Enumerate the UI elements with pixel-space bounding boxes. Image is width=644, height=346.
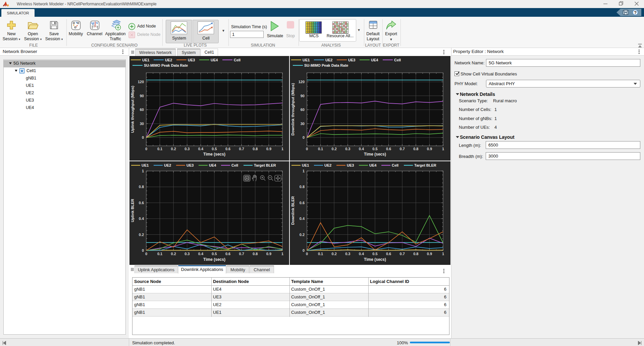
svg-text:0: 0 (142, 248, 144, 252)
svg-text:UE4: UE4 (371, 58, 378, 62)
svg-text:0: 0 (303, 248, 305, 252)
svg-text:UE3: UE3 (348, 58, 355, 62)
svg-text:Cell: Cell (234, 58, 240, 62)
svg-text:Target BLER: Target BLER (414, 163, 436, 167)
svg-text:120: 120 (138, 80, 144, 84)
svg-text:0.2: 0.2 (171, 252, 176, 256)
svg-text:0.2: 0.2 (171, 147, 176, 151)
svg-text:0.7: 0.7 (239, 147, 244, 151)
svg-text:0: 0 (306, 252, 308, 256)
svg-text:?: ? (634, 10, 637, 15)
svg-text:0.5: 0.5 (372, 252, 377, 256)
svg-text:UE4: UE4 (209, 163, 216, 167)
svg-text:0.6: 0.6 (386, 147, 391, 151)
svg-text:1: 1 (281, 252, 283, 256)
svg-text:0.7: 0.7 (400, 252, 405, 256)
svg-text:1: 1 (442, 147, 444, 151)
svg-text:0.6: 0.6 (139, 201, 144, 205)
svg-text:1: 1 (303, 169, 305, 173)
svg-text:0.8: 0.8 (413, 147, 418, 151)
svg-text:0.6: 0.6 (300, 201, 305, 205)
svg-text:0.7: 0.7 (239, 252, 244, 256)
svg-text:UE2: UE2 (324, 163, 331, 167)
svg-text:0.9: 0.9 (266, 252, 271, 256)
svg-text:0.3: 0.3 (345, 147, 350, 151)
svg-text:Uplink throughput (Mbps): Uplink throughput (Mbps) (130, 86, 135, 133)
svg-text:0.8: 0.8 (253, 252, 258, 256)
svg-text:120: 120 (299, 80, 305, 84)
svg-text:Time (secs): Time (secs) (203, 257, 225, 262)
svg-text:0.5: 0.5 (212, 147, 217, 151)
svg-text:UE4: UE4 (211, 58, 218, 62)
svg-text:0.2: 0.2 (300, 233, 305, 237)
svg-text:0.3: 0.3 (345, 252, 350, 256)
svg-text:0.2: 0.2 (332, 147, 337, 151)
svg-text:Time (secs): Time (secs) (364, 152, 386, 157)
svg-text:UE3: UE3 (186, 163, 194, 167)
svg-text:UE4: UE4 (369, 163, 377, 167)
svg-text:0.6: 0.6 (386, 252, 391, 256)
svg-text:UE1: UE1 (303, 58, 310, 62)
svg-text:1: 1 (281, 147, 283, 151)
svg-text:0.8: 0.8 (300, 185, 305, 189)
svg-text:0.9: 0.9 (427, 147, 432, 151)
svg-text:Target BLER: Target BLER (254, 163, 276, 167)
svg-text:UE1: UE1 (142, 163, 149, 167)
svg-text:UE2: UE2 (165, 58, 172, 62)
svg-text:UE1: UE1 (142, 58, 149, 62)
svg-text:0.1: 0.1 (157, 252, 162, 256)
svg-text:0.5: 0.5 (212, 252, 217, 256)
svg-text:UE3: UE3 (347, 163, 354, 167)
svg-text:0: 0 (306, 147, 308, 151)
svg-text:30: 30 (140, 122, 144, 126)
svg-text:90: 90 (140, 94, 144, 98)
svg-text:0.1: 0.1 (318, 147, 323, 151)
svg-text:0.1: 0.1 (318, 252, 323, 256)
svg-text:0.9: 0.9 (266, 147, 271, 151)
svg-text:0.4: 0.4 (300, 217, 305, 221)
svg-text:0: 0 (145, 147, 147, 151)
svg-text:Time (secs): Time (secs) (364, 257, 386, 262)
svg-text:30: 30 (301, 122, 305, 126)
svg-text:0.8: 0.8 (139, 185, 144, 189)
svg-text:Cell: Cell (394, 58, 401, 62)
svg-text:0.2: 0.2 (332, 252, 337, 256)
svg-text:0.7: 0.7 (400, 147, 405, 151)
svg-text:0.8: 0.8 (413, 252, 418, 256)
svg-text:0.4: 0.4 (139, 217, 144, 221)
svg-text:Downlink throughput (Mbps): Downlink throughput (Mbps) (291, 83, 295, 136)
svg-text:0.3: 0.3 (184, 147, 190, 151)
svg-text:0.4: 0.4 (359, 252, 364, 256)
svg-text:UE3: UE3 (188, 58, 195, 62)
svg-text:1: 1 (442, 252, 444, 256)
svg-text:0: 0 (142, 135, 144, 139)
svg-text:90: 90 (301, 94, 305, 98)
svg-text:60: 60 (140, 108, 144, 112)
svg-text:0.6: 0.6 (225, 252, 230, 256)
svg-text:0.1: 0.1 (157, 147, 162, 151)
svg-text:0.2: 0.2 (139, 233, 144, 237)
svg-text:UE1: UE1 (302, 163, 309, 167)
svg-text:0.6: 0.6 (225, 147, 230, 151)
svg-text:Cell: Cell (231, 163, 238, 167)
svg-text:SU-MIMO Peak Data Rate: SU-MIMO Peak Data Rate (144, 63, 188, 67)
svg-text:0.4: 0.4 (359, 147, 364, 151)
svg-text:Uplink BLER: Uplink BLER (130, 198, 135, 222)
svg-text:0.5: 0.5 (372, 147, 377, 151)
svg-text:0.9: 0.9 (427, 252, 432, 256)
svg-text:0.8: 0.8 (253, 147, 258, 151)
svg-text:SU-MIMO Peak Data Rate: SU-MIMO Peak Data Rate (304, 63, 348, 67)
svg-text:0.4: 0.4 (198, 147, 204, 151)
svg-text:UE2: UE2 (164, 163, 171, 167)
svg-text:0: 0 (145, 252, 147, 256)
svg-text:UE2: UE2 (325, 58, 332, 62)
svg-text:60: 60 (301, 108, 305, 112)
svg-text:Cell: Cell (392, 163, 398, 167)
svg-text:1: 1 (142, 169, 144, 173)
svg-text:Time (secs): Time (secs) (203, 152, 225, 157)
svg-text:Downlink BLER: Downlink BLER (291, 196, 295, 225)
svg-text:0.3: 0.3 (184, 252, 190, 256)
svg-text:0: 0 (303, 135, 305, 139)
svg-text:0.4: 0.4 (198, 252, 204, 256)
